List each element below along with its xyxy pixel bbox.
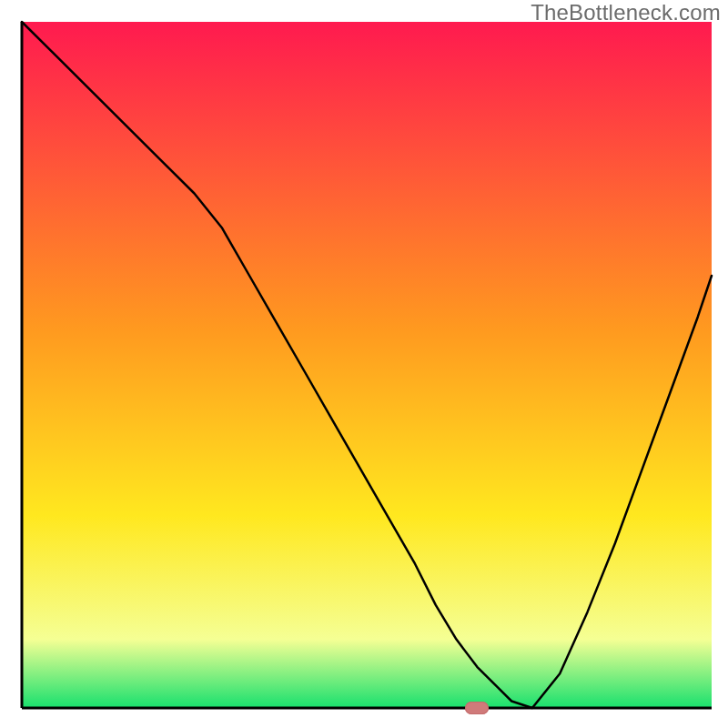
bottleneck-chart bbox=[0, 0, 728, 728]
chart-container: TheBottleneck.com bbox=[0, 0, 728, 728]
bottleneck-marker bbox=[465, 702, 489, 714]
watermark-text: TheBottleneck.com bbox=[531, 0, 721, 25]
